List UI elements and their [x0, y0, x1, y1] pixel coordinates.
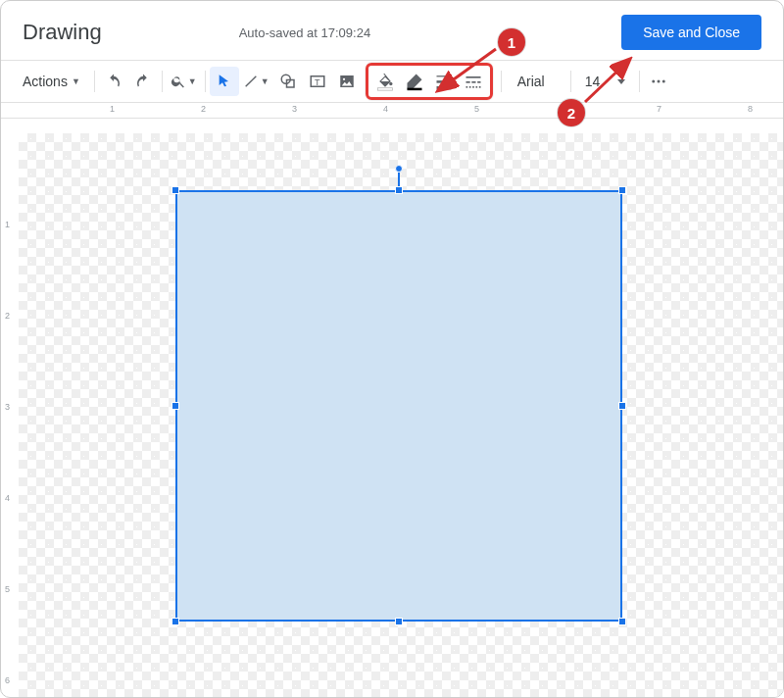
drawing-canvas[interactable] [19, 133, 783, 697]
dialog-header: Drawing Auto-saved at 17:09:24 Save and … [1, 1, 783, 60]
ruler-tick: 3 [292, 104, 297, 114]
ruler-tick: 1 [5, 220, 10, 229]
rotation-handle[interactable] [395, 165, 403, 173]
save-and-close-button[interactable]: Save and Close [621, 15, 761, 50]
toolbar-separator [162, 71, 163, 92]
ruler-tick: 4 [5, 493, 10, 503]
ruler-tick: 1 [110, 104, 115, 114]
horizontal-ruler: 1 2 3 4 5 6 7 8 [1, 103, 783, 119]
svg-point-6 [389, 82, 392, 85]
annotation-arrow-1 [432, 45, 501, 99]
more-horizontal-icon [650, 73, 667, 90]
shape-tool[interactable] [273, 67, 303, 96]
actions-label: Actions [23, 74, 68, 89]
toolbar-separator [94, 71, 95, 92]
ruler-tick: 3 [5, 402, 10, 412]
dialog-title: Drawing [23, 20, 102, 45]
ruler-tick: 6 [5, 675, 10, 685]
caret-icon: ▼ [72, 76, 80, 86]
annotation-arrow-2 [581, 55, 640, 109]
ruler-tick: 2 [5, 311, 10, 321]
border-color-button[interactable] [400, 67, 429, 96]
zoom-icon [171, 74, 186, 89]
cursor-icon [217, 74, 232, 89]
textbox-icon: T [309, 73, 326, 90]
ruler-tick: 5 [5, 584, 10, 594]
svg-point-21 [653, 80, 656, 83]
line-tool[interactable]: ▼ [239, 67, 273, 96]
svg-point-22 [658, 80, 661, 83]
vertical-ruler: 1 2 3 4 5 6 [1, 133, 19, 697]
more-options-button[interactable] [644, 67, 673, 96]
selected-rectangle-shape[interactable] [175, 190, 622, 622]
redo-button[interactable] [128, 67, 158, 96]
fill-color-icon [375, 72, 395, 91]
ruler-tick: 8 [748, 104, 753, 114]
toolbar-separator [205, 71, 206, 92]
resize-handle-nw[interactable] [172, 186, 179, 194]
svg-rect-8 [407, 88, 421, 91]
svg-rect-7 [377, 88, 392, 91]
resize-handle-w[interactable] [172, 402, 179, 410]
resize-handle-s[interactable] [395, 618, 403, 625]
autosave-status: Auto-saved at 17:09:24 [239, 25, 370, 40]
zoom-menu[interactable]: ▼ [167, 67, 201, 96]
border-color-icon [405, 72, 424, 91]
resize-handle-ne[interactable] [618, 186, 626, 194]
select-tool[interactable] [210, 67, 239, 96]
redo-icon [134, 73, 152, 90]
ruler-tick: 2 [201, 104, 206, 114]
caret-icon: ▼ [261, 76, 270, 86]
resize-handle-se[interactable] [618, 618, 626, 625]
toolbar-separator [570, 71, 571, 92]
ruler-tick: 7 [657, 104, 662, 114]
undo-button[interactable] [99, 67, 128, 96]
resize-handle-e[interactable] [618, 402, 626, 410]
ruler-tick: 5 [474, 104, 479, 114]
resize-handle-sw[interactable] [172, 618, 179, 625]
svg-point-5 [343, 78, 345, 80]
fill-color-button[interactable] [370, 67, 400, 96]
actions-menu[interactable]: Actions ▼ [9, 74, 90, 89]
annotation-badge-1: 1 [498, 28, 525, 56]
image-tool[interactable] [332, 67, 362, 96]
canvas-area: 1 2 3 4 5 6 [19, 133, 783, 697]
textbox-tool[interactable]: T [303, 67, 332, 96]
ruler-tick: 4 [383, 104, 388, 114]
font-family-selector[interactable]: Arial [506, 74, 566, 89]
toolbar: Actions ▼ ▼ ▼ T [1, 60, 783, 103]
caret-icon: ▼ [188, 76, 197, 86]
image-icon [338, 73, 356, 90]
svg-point-23 [662, 80, 665, 83]
svg-line-25 [585, 61, 628, 102]
line-icon [243, 74, 259, 89]
svg-line-24 [440, 49, 496, 89]
svg-text:T: T [315, 77, 320, 87]
undo-icon [105, 73, 122, 90]
shape-icon [279, 73, 297, 90]
resize-handle-n[interactable] [395, 186, 403, 194]
